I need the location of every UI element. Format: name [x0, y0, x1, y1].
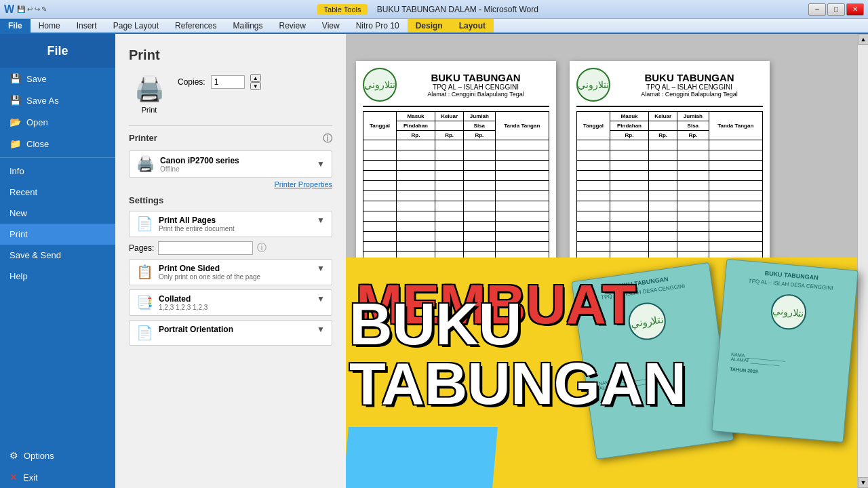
- col-jumlah-1: Jumlah: [464, 112, 495, 121]
- copies-input[interactable]: [211, 75, 245, 89]
- orientation-title: Portrait Orientation: [159, 325, 311, 334]
- orientation-icon: 📄: [136, 325, 153, 341]
- table-row: [363, 211, 549, 222]
- tab-insert[interactable]: Insert: [68, 19, 105, 33]
- file-label: File: [47, 44, 68, 58]
- tab-review[interactable]: Review: [271, 19, 313, 33]
- menu-item-open[interactable]: 📂 Open: [0, 111, 115, 133]
- one-sided-selector[interactable]: 📋 Print One Sided Only print on one side…: [129, 259, 332, 285]
- tab-mailings[interactable]: Mailings: [224, 19, 271, 33]
- page-2-title-block: BUKU TABUNGAN TPQ AL – ISLAH CENGGINI Al…: [616, 72, 763, 98]
- printer-dropdown-icon[interactable]: ▼: [317, 159, 325, 169]
- tab-references[interactable]: References: [167, 19, 224, 33]
- exit-icon: ✕: [9, 472, 18, 483]
- print-all-sub: Print the entire document: [159, 225, 311, 232]
- printer-status: Offline: [160, 165, 311, 173]
- pages-info-icon[interactable]: ⓘ: [257, 242, 267, 254]
- pages-input[interactable]: [158, 241, 253, 255]
- one-sided-sub: Only print on one side of the page: [159, 273, 311, 281]
- menu-item-help[interactable]: Help: [0, 266, 115, 287]
- one-sided-content: Print One Sided Only print on one side o…: [159, 264, 311, 281]
- menu-item-exit[interactable]: ✕ Exit: [0, 466, 115, 488]
- col-jumlah-2: Jumlah: [677, 112, 709, 121]
- menu-item-save-as[interactable]: 💾 Save As: [0, 89, 115, 111]
- tab-view[interactable]: View: [314, 19, 348, 33]
- page-1-subtitle: TPQ AL – ISLAH CENGGINI: [402, 83, 549, 91]
- one-sided-arrow-icon[interactable]: ▼: [317, 264, 325, 273]
- tab-nitro[interactable]: Nitro Pro 10: [348, 19, 408, 33]
- col-rp-masuk-2: Rp.: [610, 131, 649, 140]
- buku-tabungan-text: BUKU TABUNGAN: [349, 294, 868, 413]
- table-row: [363, 232, 549, 242]
- menu-item-print[interactable]: Print: [0, 224, 115, 245]
- file-menu: File 💾 Save 💾 Save As 📂 Open 📁 Close Inf…: [0, 34, 115, 488]
- col-masuk-1: Masuk: [397, 112, 435, 121]
- col-rp-sisa-2: Rp.: [677, 131, 709, 140]
- tab-layout[interactable]: Layout: [451, 19, 494, 33]
- print-all-arrow-icon[interactable]: ▼: [317, 216, 325, 225]
- printer-info: Canon iP2700 series Offline: [160, 156, 311, 173]
- copies-down-button[interactable]: ▼: [250, 82, 261, 90]
- save-icon: 💾: [9, 73, 21, 84]
- table-row: [577, 161, 763, 171]
- printer-divider: [129, 125, 332, 126]
- tab-design[interactable]: Design: [408, 19, 451, 33]
- collated-arrow-icon[interactable]: ▼: [317, 294, 325, 304]
- help-label: Help: [9, 271, 28, 281]
- page-2-subtitle: TPQ AL – ISLAH CENGGINI: [616, 83, 763, 91]
- printer-selector[interactable]: 🖨️ Canon iP2700 series Offline ▼: [129, 150, 332, 178]
- copies-label: Copies:: [178, 77, 205, 87]
- print-all-content: Print All Pages Print the entire documen…: [159, 216, 311, 232]
- one-sided-icon: 📋: [136, 264, 153, 280]
- table-row: [363, 181, 549, 191]
- menu-divider-1: [0, 157, 115, 158]
- menu-item-save[interactable]: 💾 Save: [0, 68, 115, 89]
- open-label: Open: [26, 117, 48, 127]
- maximize-button[interactable]: □: [827, 3, 845, 16]
- menu-item-options[interactable]: ⚙ Options: [0, 445, 115, 466]
- menu-item-save-send[interactable]: Save & Send: [0, 245, 115, 266]
- copies-up-button[interactable]: ▲: [250, 74, 261, 82]
- menu-item-close[interactable]: 📁 Close: [0, 133, 115, 155]
- scroll-down-button[interactable]: ▼: [858, 477, 868, 488]
- page-2-header: نتلاروني BUKU TABUNGAN TPQ AL – ISLAH CE…: [576, 68, 763, 107]
- table-row: [577, 211, 763, 222]
- menu-item-recent[interactable]: Recent: [0, 182, 115, 203]
- info-label: Info: [9, 166, 24, 176]
- print-icon-button[interactable]: 🖨️ Print: [129, 74, 170, 115]
- print-all-title: Print All Pages: [159, 216, 311, 225]
- collated-icon: 📑: [136, 294, 153, 310]
- close-button[interactable]: ✕: [846, 3, 864, 16]
- scroll-up-button[interactable]: ▲: [858, 34, 868, 45]
- print-all-icon: 📄: [136, 216, 153, 232]
- printer-properties-link[interactable]: Printer Properties: [129, 180, 332, 188]
- save-as-label: Save As: [26, 96, 59, 106]
- col-rp-keluar-2: Rp.: [648, 131, 677, 140]
- col-keluar-sub-2: [648, 121, 677, 131]
- orientation-arrow-icon[interactable]: ▼: [317, 325, 325, 334]
- settings-section-title: Settings: [129, 195, 332, 205]
- menu-item-info[interactable]: Info: [0, 161, 115, 182]
- table-row: [577, 191, 763, 201]
- exit-label: Exit: [23, 472, 38, 483]
- col-tanggal-1: Tanggal: [363, 112, 397, 140]
- orientation-selector[interactable]: 📄 Portrait Orientation ▼: [129, 320, 332, 346]
- table-row: [577, 222, 763, 232]
- tab-page-layout[interactable]: Page Layout: [105, 19, 167, 33]
- menu-item-new[interactable]: New: [0, 203, 115, 224]
- table-row: [577, 232, 763, 242]
- minimize-button[interactable]: –: [808, 3, 826, 16]
- printer-info-icon[interactable]: ⓘ: [323, 133, 332, 145]
- scroll-bar[interactable]: ▲ ▼: [857, 34, 868, 488]
- table-row: [363, 191, 549, 201]
- table-row: [363, 171, 549, 181]
- save-send-label: Save & Send: [9, 250, 61, 260]
- table-row: [363, 222, 549, 232]
- print-icon-label: Print: [142, 106, 157, 114]
- page-2-logo: نتلاروني: [576, 68, 610, 102]
- print-all-pages-selector[interactable]: 📄 Print All Pages Print the entire docum…: [129, 211, 332, 237]
- tab-home[interactable]: Home: [31, 19, 68, 33]
- printer-section-title: Printer ⓘ: [129, 133, 332, 145]
- tab-file[interactable]: File: [0, 19, 31, 33]
- collated-selector[interactable]: 📑 Collated 1,2,3 1,2,3 1,2,3 ▼: [129, 289, 332, 316]
